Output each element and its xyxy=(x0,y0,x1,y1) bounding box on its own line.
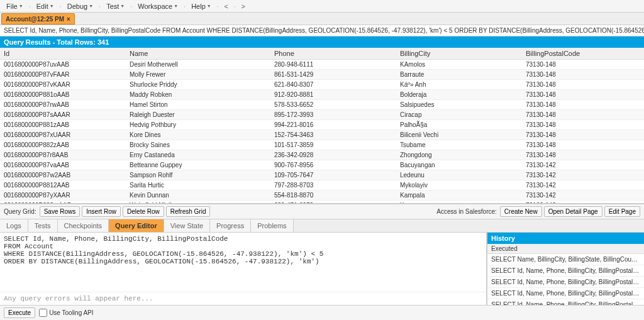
history-item[interactable]: SELECT Id, Name, Phone, BillingCity, Bil… xyxy=(487,288,644,299)
cell-name[interactable]: Sampson Rohlf xyxy=(126,170,270,180)
table-row[interactable]: 0016800000P87rwAABHamel Stirton578-533-6… xyxy=(0,100,644,110)
cell-id[interactable]: 0016800000P87w2AAB xyxy=(0,170,126,180)
cell-city[interactable]: Bacuyangan xyxy=(396,160,522,170)
history-item[interactable]: SELECT Id, Name, Phone, BillingCity, Bil… xyxy=(487,265,644,277)
cell-phone[interactable]: 152-754-3463 xyxy=(270,130,396,140)
tab-query-editor[interactable]: Query Editor xyxy=(109,219,164,232)
table-row[interactable]: 0016800000P87sAAARRaleigh Duester895-172… xyxy=(0,110,644,120)
cell-city[interactable]: KAmolos xyxy=(396,60,522,70)
menu-test[interactable]: Test ▼ xyxy=(104,2,127,11)
cell-name[interactable]: Hedvig Pothbury xyxy=(126,120,270,130)
cell-id[interactable]: 0016800000P881zAAB xyxy=(0,120,126,130)
tab-problems[interactable]: Problems xyxy=(251,219,293,232)
cell-city[interactable]: PalhoÃ§a xyxy=(396,120,522,130)
close-icon[interactable]: × xyxy=(67,16,70,23)
cell-id[interactable]: 0016800000P87vFAAR xyxy=(0,70,126,80)
cell-phone[interactable]: 280-948-6111 xyxy=(270,60,396,70)
cell-zip[interactable]: 73130-148 xyxy=(522,130,644,140)
cell-city[interactable]: Bolderaja xyxy=(396,90,522,100)
open-detail-page-button[interactable]: Open Detail Page xyxy=(544,206,602,217)
table-row[interactable]: 0016800000P87r8AABErny Castaneda236-342-… xyxy=(0,150,644,160)
cell-city[interactable]: Ledeunu xyxy=(396,170,522,180)
table-row[interactable]: 0016800000P881zAABHedvig Pothbury994-221… xyxy=(0,120,644,130)
table-row[interactable]: 0016800000P87yXAARKevin Dunnan554-818-88… xyxy=(0,190,644,201)
nav-forward-icon[interactable]: > xyxy=(239,3,248,10)
refresh-grid-button[interactable]: Refresh Grid xyxy=(166,206,211,217)
cell-id[interactable]: 0016800000P87vKAAR xyxy=(0,80,126,90)
cell-phone[interactable]: 554-818-8870 xyxy=(270,190,396,201)
menu-debug[interactable]: Debug ▼ xyxy=(65,2,96,11)
col-zip[interactable]: BillingPostalCode xyxy=(522,48,644,60)
table-row[interactable]: 0016800000P882zAABBrocky Saines101-517-3… xyxy=(0,140,644,150)
cell-city[interactable]: Ciracap xyxy=(396,110,522,120)
menu-edit[interactable]: Edit ▼ xyxy=(34,2,57,11)
cell-zip[interactable]: 73130-148 xyxy=(522,90,644,100)
cell-zip[interactable]: 73130-148 xyxy=(522,100,644,110)
cell-phone[interactable]: 578-533-6652 xyxy=(270,100,396,110)
cell-zip[interactable]: 73130-148 xyxy=(522,60,644,70)
cell-id[interactable]: 0016800000P87vaAAB xyxy=(0,160,126,170)
cell-zip[interactable]: 73130-142 xyxy=(522,180,644,190)
tooling-api-checkbox[interactable] xyxy=(39,309,47,317)
cell-id[interactable]: 0016800000P87r8AAB xyxy=(0,150,126,160)
cell-phone[interactable]: 895-172-3993 xyxy=(270,110,396,120)
history-item[interactable]: SELECT Id, Name, Phone, BillingCity, Bil… xyxy=(487,277,644,288)
cell-city[interactable]: Salsipuedes xyxy=(396,100,522,110)
table-row[interactable]: 0016800000P881oAABMaddy Robken912-920-88… xyxy=(0,90,644,100)
cell-city[interactable]: Barraute xyxy=(396,70,522,80)
table-row[interactable]: 0016800000P87xUAARKore Dines152-754-3463… xyxy=(0,130,644,140)
cell-name[interactable]: Sarita Hurtic xyxy=(126,180,270,190)
col-phone[interactable]: Phone xyxy=(270,48,396,60)
cell-name[interactable]: Shurlocke Priddy xyxy=(126,80,270,90)
sql-editor[interactable]: SELECT Id, Name, Phone, BillingCity, Bil… xyxy=(0,233,486,292)
cell-id[interactable]: 0016800000P87rwAAB xyxy=(0,100,126,110)
table-row[interactable]: 0016800000P87w2AABSampson Rohlf109-705-7… xyxy=(0,170,644,180)
query-results-grid[interactable]: Id Name Phone BillingCity BillingPostalC… xyxy=(0,48,644,204)
cell-phone[interactable]: 912-920-8881 xyxy=(270,90,396,100)
cell-zip[interactable]: 73130-142 xyxy=(522,170,644,180)
tab-checkpoints[interactable]: Checkpoints xyxy=(58,219,109,232)
menu-help[interactable]: Help ▼ xyxy=(189,2,214,11)
cell-zip[interactable]: 73130-148 xyxy=(522,150,644,160)
cell-id[interactable]: 0016800000P87xUAAR xyxy=(0,130,126,140)
cell-phone[interactable]: 797-288-8703 xyxy=(270,180,396,190)
cell-phone[interactable]: 994-221-8016 xyxy=(270,120,396,130)
insert-row-button[interactable]: Insert Row xyxy=(82,206,121,217)
cell-zip[interactable]: 73130-142 xyxy=(522,160,644,170)
history-item[interactable]: SELECT Id, Name, Phone, BillingCity, Bil… xyxy=(487,299,644,305)
cell-name[interactable]: Molly Frewer xyxy=(126,70,270,80)
cell-zip[interactable]: 73130-148 xyxy=(522,80,644,90)
tab-view-state[interactable]: View State xyxy=(164,219,210,232)
cell-phone[interactable]: 621-840-8307 xyxy=(270,80,396,90)
tab-tests[interactable]: Tests xyxy=(28,219,58,232)
cell-zip[interactable]: 73130-148 xyxy=(522,110,644,120)
cell-name[interactable]: Erny Castaneda xyxy=(126,150,270,160)
cell-name[interactable]: Hamel Stirton xyxy=(126,100,270,110)
cell-id[interactable]: 0016800000P87uvAAB xyxy=(0,60,126,70)
tooling-api-option[interactable]: Use Tooling API xyxy=(39,309,93,317)
edit-page-button[interactable]: Edit Page xyxy=(604,206,640,217)
cell-city[interactable]: Mykolayiv xyxy=(396,180,522,190)
cell-id[interactable]: 0016800000P87yXAAR xyxy=(0,190,126,201)
execute-button[interactable]: Execute xyxy=(4,307,35,318)
menu-workspace[interactable]: Workspace ▼ xyxy=(135,2,180,11)
cell-name[interactable]: Brocky Saines xyxy=(126,140,270,150)
tab-progress[interactable]: Progress xyxy=(210,219,251,232)
cell-phone[interactable]: 109-705-7647 xyxy=(270,170,396,180)
cell-city[interactable]: Tsubame xyxy=(396,140,522,150)
cell-city[interactable]: Káº» Anh xyxy=(396,80,522,90)
tab-logs[interactable]: Logs xyxy=(0,219,28,232)
cell-name[interactable]: Betteanne Guppey xyxy=(126,160,270,170)
cell-name[interactable]: Maddy Robken xyxy=(126,90,270,100)
cell-city[interactable]: Kampala xyxy=(396,190,522,201)
table-row[interactable]: 0016800000P87uvAABDesiri Motherwell280-9… xyxy=(0,60,644,70)
table-row[interactable]: 0016800000P87vaAABBetteanne Guppey900-76… xyxy=(0,160,644,170)
cell-phone[interactable]: 861-531-1429 xyxy=(270,70,396,80)
cell-phone[interactable]: 900-767-8956 xyxy=(270,160,396,170)
save-rows-button[interactable]: Save Rows xyxy=(40,206,80,217)
cell-id[interactable]: 0016800000P8812AAB xyxy=(0,180,126,190)
cell-name[interactable]: Kevin Dunnan xyxy=(126,190,270,201)
delete-row-button[interactable]: Delete Row xyxy=(123,206,164,217)
create-new-button[interactable]: Create New xyxy=(500,206,542,217)
cell-name[interactable]: Desiri Motherwell xyxy=(126,60,270,70)
